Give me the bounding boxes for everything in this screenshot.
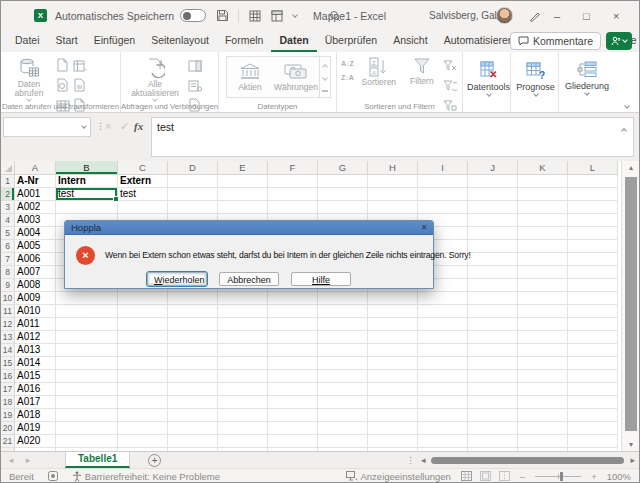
qat-table-icon[interactable] (249, 10, 261, 22)
cell-L3[interactable] (568, 201, 618, 214)
cell-E19[interactable] (218, 409, 268, 422)
currencies-button[interactable]: Währungen (273, 57, 319, 97)
cell-B21[interactable] (56, 435, 118, 448)
tab-formeln[interactable]: Formeln (217, 30, 272, 52)
recent-sources-icon[interactable] (73, 58, 87, 76)
cell-F13[interactable] (268, 331, 318, 344)
cell-K21[interactable] (518, 435, 568, 448)
cell-E10[interactable] (218, 292, 268, 305)
cell-C12[interactable] (118, 318, 168, 331)
column-header-K[interactable]: K (518, 161, 568, 175)
row-header-21[interactable]: 21 (1, 435, 15, 448)
cell-D21[interactable] (168, 435, 218, 448)
cell-K2[interactable] (518, 188, 568, 201)
row-header-8[interactable]: 8 (1, 266, 15, 279)
cell-G11[interactable] (318, 305, 368, 318)
confirm-entry-icon[interactable]: ✓ (120, 120, 129, 133)
row-header-20[interactable]: 20 (1, 422, 15, 435)
cell-A20[interactable]: A019 (15, 422, 56, 435)
formula-input[interactable]: test (151, 117, 634, 157)
hscroll-left-icon[interactable]: ◂ (421, 455, 426, 465)
cell-L21[interactable] (568, 435, 618, 448)
cell-J21[interactable] (468, 435, 518, 448)
cell-F20[interactable] (268, 422, 318, 435)
cell-C19[interactable] (118, 409, 168, 422)
cell-E12[interactable] (218, 318, 268, 331)
share-button[interactable] (606, 32, 632, 50)
cell-G19[interactable] (318, 409, 368, 422)
cell-E17[interactable] (218, 383, 268, 396)
properties-icon[interactable] (188, 78, 202, 96)
cell-I19[interactable] (418, 409, 468, 422)
cell-J11[interactable] (468, 305, 518, 318)
cell-F19[interactable] (268, 409, 318, 422)
cell-D19[interactable] (168, 409, 218, 422)
autosave-toggle[interactable] (180, 9, 206, 22)
zoom-slider[interactable] (535, 476, 581, 477)
cell-J7[interactable] (468, 253, 518, 266)
cell-J9[interactable] (468, 279, 518, 292)
cell-G20[interactable] (318, 422, 368, 435)
cell-G14[interactable] (318, 344, 368, 357)
cell-A4[interactable]: A003 (15, 214, 56, 227)
from-text-icon[interactable] (56, 58, 70, 76)
cell-L12[interactable] (568, 318, 618, 331)
cell-L15[interactable] (568, 357, 618, 370)
cell-D18[interactable] (168, 396, 218, 409)
row-header-12[interactable]: 12 (1, 318, 15, 331)
search-icon[interactable] (329, 1, 341, 30)
row-header-15[interactable]: 15 (1, 357, 15, 370)
cell-B20[interactable] (56, 422, 118, 435)
cell-A17[interactable]: A016 (15, 383, 56, 396)
cell-K15[interactable] (518, 357, 568, 370)
cell-J5[interactable] (468, 227, 518, 240)
row-header-18[interactable]: 18 (1, 396, 15, 409)
cell-F2[interactable] (268, 188, 318, 201)
column-header-A[interactable]: A (15, 161, 56, 175)
cell-K6[interactable] (518, 240, 568, 253)
cell-A7[interactable]: A006 (15, 253, 56, 266)
tab-daten[interactable]: Daten (271, 30, 316, 52)
cell-I13[interactable] (418, 331, 468, 344)
column-header-B[interactable]: B (56, 161, 118, 175)
cell-C21[interactable] (118, 435, 168, 448)
row-header-6[interactable]: 6 (1, 240, 15, 253)
cell-H16[interactable] (368, 370, 418, 383)
maximize-button[interactable]: □ (583, 1, 605, 30)
accessibility-status[interactable]: Barrierefreiheit: Keine Probleme (72, 471, 220, 482)
dialog-title-bar[interactable]: Hoppla × (65, 221, 433, 235)
cell-D3[interactable] (168, 201, 218, 214)
cell-K17[interactable] (518, 383, 568, 396)
cell-C11[interactable] (118, 305, 168, 318)
row-header-7[interactable]: 7 (1, 253, 15, 266)
tab-einfügen[interactable]: Einfügen (86, 30, 143, 52)
gallery-down-icon[interactable] (322, 76, 328, 82)
cell-E13[interactable] (218, 331, 268, 344)
cell-J15[interactable] (468, 357, 518, 370)
queries-pane-icon[interactable] (188, 58, 202, 76)
cell-H17[interactable] (368, 383, 418, 396)
cell-L14[interactable] (568, 344, 618, 357)
cell-G12[interactable] (318, 318, 368, 331)
cell-J16[interactable] (468, 370, 518, 383)
cell-C20[interactable] (118, 422, 168, 435)
row-header-3[interactable]: 3 (1, 201, 15, 214)
clear-filter-icon[interactable] (443, 58, 457, 76)
column-header-E[interactable]: E (218, 161, 268, 175)
row-header-1[interactable]: 1 (1, 175, 15, 188)
horizontal-scrollbar[interactable]: ⋮ ◂ ▸ (406, 455, 635, 465)
cell-F14[interactable] (268, 344, 318, 357)
cell-L13[interactable] (568, 331, 618, 344)
cell-F18[interactable] (268, 396, 318, 409)
cell-I20[interactable] (418, 422, 468, 435)
sheet-tab-tabelle1[interactable]: Tabelle1 (65, 452, 130, 468)
cell-G15[interactable] (318, 357, 368, 370)
formula-bar-grip[interactable]: ⋮ (96, 121, 105, 131)
cell-L10[interactable] (568, 292, 618, 305)
cell-D2[interactable] (168, 188, 218, 201)
cell-B19[interactable] (56, 409, 118, 422)
cell-I10[interactable] (418, 292, 468, 305)
sheet-nav-right-icon[interactable]: ▸ (21, 455, 35, 465)
cell-A12[interactable]: A011 (15, 318, 56, 331)
cell-F16[interactable] (268, 370, 318, 383)
